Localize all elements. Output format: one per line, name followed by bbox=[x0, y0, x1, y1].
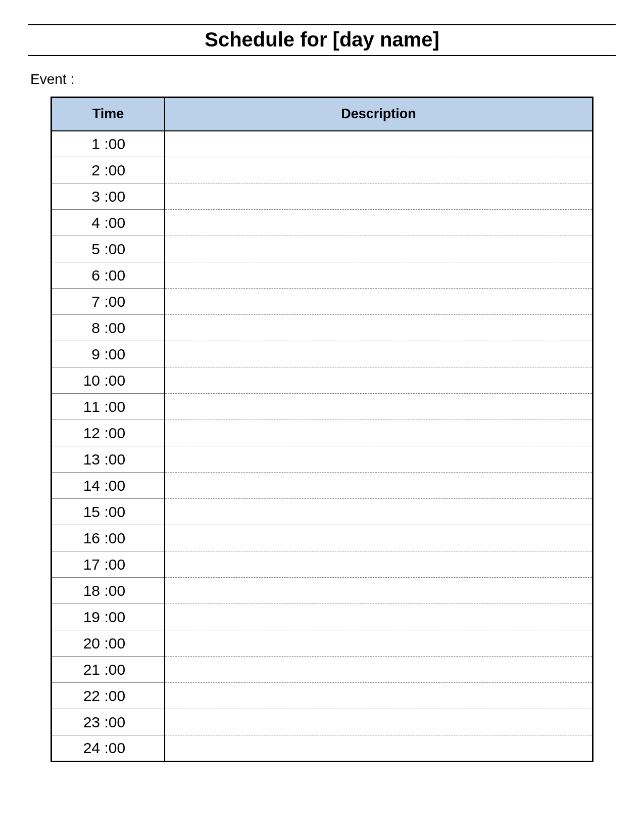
time-minutes: :00 bbox=[104, 372, 125, 389]
table-row: 10 :00 bbox=[52, 367, 593, 394]
time-hour: 1 bbox=[78, 135, 100, 153]
time-cell: 12 :00 bbox=[52, 420, 165, 446]
description-cell bbox=[165, 157, 592, 183]
time-minutes: :00 bbox=[104, 319, 125, 337]
time-minutes: :00 bbox=[104, 162, 125, 179]
time-minutes: :00 bbox=[104, 477, 125, 494]
time-cell: 22 :00 bbox=[52, 683, 165, 709]
time-hour: 15 bbox=[78, 503, 100, 521]
time-minutes: :00 bbox=[104, 188, 125, 205]
time-cell: 20 :00 bbox=[52, 630, 165, 657]
table-row: 6 :00 bbox=[52, 262, 593, 289]
table-row: 14 :00 bbox=[52, 473, 593, 499]
table-row: 7 :00 bbox=[52, 289, 593, 315]
description-cell bbox=[165, 394, 592, 420]
table-row: 12 :00 bbox=[52, 420, 593, 446]
time-cell: 4 :00 bbox=[52, 210, 165, 236]
time-hour: 7 bbox=[78, 293, 100, 310]
table-row: 21 :00 bbox=[52, 657, 593, 683]
time-cell: 5 :00 bbox=[52, 236, 165, 262]
time-hour: 17 bbox=[78, 556, 100, 573]
description-cell bbox=[165, 499, 592, 525]
time-minutes: :00 bbox=[104, 451, 125, 468]
time-hour: 21 bbox=[78, 661, 100, 678]
time-hour: 24 bbox=[78, 739, 100, 757]
time-hour: 11 bbox=[78, 398, 100, 415]
time-minutes: :00 bbox=[104, 267, 125, 284]
description-cell bbox=[165, 630, 592, 657]
time-cell: 15 :00 bbox=[52, 499, 165, 525]
time-cell: 14 :00 bbox=[52, 473, 165, 499]
time-minutes: :00 bbox=[104, 346, 125, 363]
time-hour: 22 bbox=[78, 687, 100, 705]
description-cell bbox=[165, 367, 592, 394]
table-row: 9 :00 bbox=[52, 341, 593, 367]
column-header-time: Time bbox=[52, 98, 165, 131]
time-minutes: :00 bbox=[104, 135, 125, 153]
time-cell: 8 :00 bbox=[52, 315, 165, 341]
title-block: Schedule for [day name] bbox=[28, 24, 616, 56]
event-label: Event : bbox=[30, 71, 616, 87]
column-header-description: Description bbox=[165, 98, 592, 131]
time-cell: 19 :00 bbox=[52, 604, 165, 630]
description-cell bbox=[165, 525, 592, 551]
time-minutes: :00 bbox=[104, 609, 125, 626]
description-cell bbox=[165, 420, 592, 446]
time-minutes: :00 bbox=[104, 556, 125, 573]
time-hour: 13 bbox=[78, 451, 100, 468]
table-row: 1 :00 bbox=[52, 131, 593, 157]
description-cell bbox=[165, 446, 592, 473]
description-cell bbox=[165, 289, 592, 315]
time-cell: 17 :00 bbox=[52, 551, 165, 578]
description-cell bbox=[165, 709, 592, 735]
table-row: 11 :00 bbox=[52, 394, 593, 420]
time-cell: 24 :00 bbox=[52, 735, 165, 762]
time-minutes: :00 bbox=[104, 582, 125, 599]
time-hour: 14 bbox=[78, 477, 100, 494]
time-hour: 12 bbox=[78, 425, 100, 442]
time-minutes: :00 bbox=[104, 293, 125, 310]
time-minutes: :00 bbox=[104, 503, 125, 521]
table-row: 22 :00 bbox=[52, 683, 593, 709]
table-row: 18 :00 bbox=[52, 578, 593, 604]
description-cell bbox=[165, 131, 592, 157]
time-cell: 6 :00 bbox=[52, 262, 165, 289]
table-row: 8 :00 bbox=[52, 315, 593, 341]
time-minutes: :00 bbox=[104, 214, 125, 231]
description-cell bbox=[165, 315, 592, 341]
time-minutes: :00 bbox=[104, 241, 125, 258]
description-cell bbox=[165, 210, 592, 236]
time-minutes: :00 bbox=[104, 714, 125, 731]
table-row: 15 :00 bbox=[52, 499, 593, 525]
description-cell bbox=[165, 735, 592, 762]
time-hour: 16 bbox=[78, 530, 100, 547]
time-hour: 4 bbox=[78, 214, 100, 231]
table-row: 17 :00 bbox=[52, 551, 593, 578]
time-hour: 18 bbox=[78, 582, 100, 599]
time-hour: 10 bbox=[78, 372, 100, 389]
time-cell: 13 :00 bbox=[52, 446, 165, 473]
time-hour: 9 bbox=[78, 346, 100, 363]
page: Schedule for [day name] Event : Time Des… bbox=[0, 0, 644, 834]
description-cell bbox=[165, 183, 592, 210]
table-row: 3 :00 bbox=[52, 183, 593, 210]
time-hour: 5 bbox=[78, 241, 100, 258]
table-row: 16 :00 bbox=[52, 525, 593, 551]
time-cell: 1 :00 bbox=[52, 131, 165, 157]
time-minutes: :00 bbox=[104, 687, 125, 705]
schedule-table: Time Description 1 :002 :003 :004 :005 :… bbox=[51, 97, 593, 762]
time-hour: 20 bbox=[78, 635, 100, 652]
description-cell bbox=[165, 236, 592, 262]
time-hour: 23 bbox=[78, 714, 100, 731]
description-cell bbox=[165, 604, 592, 630]
table-row: 4 :00 bbox=[52, 210, 593, 236]
time-cell: 3 :00 bbox=[52, 183, 165, 210]
page-title: Schedule for [day name] bbox=[205, 28, 439, 51]
time-cell: 7 :00 bbox=[52, 289, 165, 315]
time-cell: 21 :00 bbox=[52, 657, 165, 683]
time-hour: 19 bbox=[78, 609, 100, 626]
description-cell bbox=[165, 683, 592, 709]
time-cell: 10 :00 bbox=[52, 367, 165, 394]
description-cell bbox=[165, 551, 592, 578]
time-hour: 3 bbox=[78, 188, 100, 205]
